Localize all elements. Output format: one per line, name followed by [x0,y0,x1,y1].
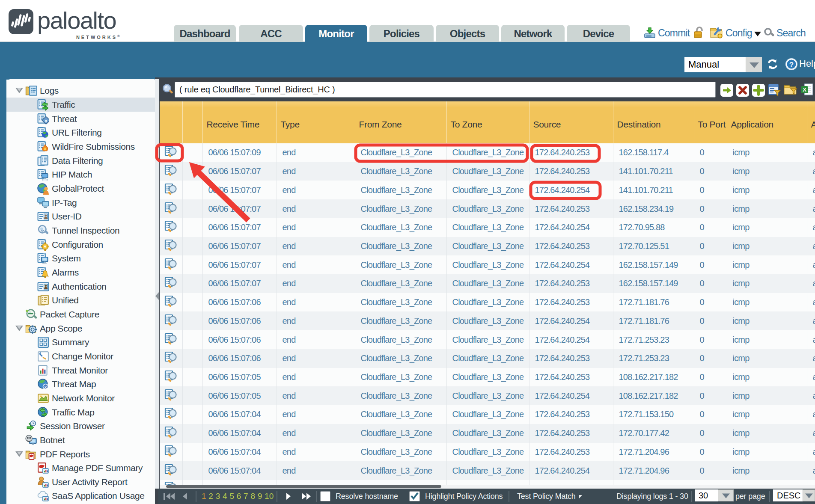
svg-text:x: x [45,118,47,123]
svg-text:X: X [803,86,806,93]
svg-text:x: x [45,385,47,389]
svg-text:?: ? [789,61,794,69]
